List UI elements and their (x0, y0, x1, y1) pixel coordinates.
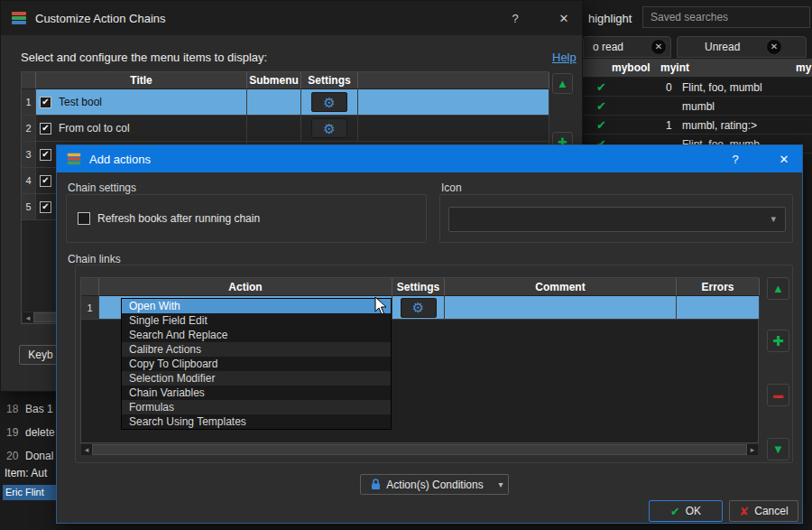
button-label: Keyb (28, 349, 52, 361)
refresh-books-checkbox[interactable]: Refresh books after running chain (78, 212, 260, 225)
conditions-dropdown-button[interactable]: ▾ (494, 474, 509, 495)
dropdown-item-copy-to-clipboard[interactable]: Copy To Clipboard (122, 357, 391, 371)
dropdown-item-single-field-edit[interactable]: Single Field Edit (122, 313, 391, 328)
action-column-header[interactable]: Action (99, 278, 392, 296)
settings-column-header[interactable]: Settings (392, 278, 445, 296)
settings-gear-button[interactable]: ⚙ (311, 118, 347, 138)
action-conditions-button[interactable]: Action(s) Conditions (360, 474, 494, 495)
book-table-header: mybool myint my (583, 59, 812, 78)
row-text: delete (25, 426, 55, 439)
row-header[interactable]: 4 (22, 168, 36, 194)
close-button[interactable]: ✕ (775, 153, 793, 166)
move-up-button[interactable]: ▲ (552, 73, 573, 94)
settings-column-header[interactable]: Settings (301, 72, 358, 89)
scroll-right-icon[interactable]: ▸ (747, 445, 758, 454)
myint-value: 0 (666, 81, 672, 94)
title-column-header[interactable]: Title (36, 72, 247, 89)
title-text: From col to col (59, 122, 130, 135)
settings-cell[interactable]: ⚙ (301, 116, 358, 142)
down-arrow-icon: ▼ (772, 443, 784, 455)
remove-link-button[interactable]: ▬ (767, 384, 789, 406)
row-header[interactable]: 3 (22, 142, 36, 168)
mybool-check-icon: ✔ (596, 99, 606, 113)
help-button[interactable]: ? (506, 12, 524, 25)
vl-tab-to-read[interactable]: o read ✕ (583, 36, 671, 58)
gear-icon: ⚙ (323, 122, 335, 135)
row-number: 20 (6, 450, 18, 462)
checkbox-box[interactable] (78, 212, 90, 225)
submenu-cell[interactable] (247, 116, 301, 142)
dropdown-item-search-and-replace[interactable]: Search And Replace (122, 328, 391, 342)
row-checkbox[interactable]: ✔ (40, 123, 51, 135)
vl-tab-unread[interactable]: Unread ✕ (677, 36, 807, 58)
scroll-left-icon[interactable]: ◂ (81, 445, 92, 454)
icon-combobox[interactable]: ▾ (448, 207, 786, 232)
saved-searches-combobox[interactable]: Saved searches (642, 6, 810, 28)
highlight-toggle[interactable]: highlight (588, 12, 632, 25)
move-link-up-button[interactable]: ▲ (767, 277, 789, 300)
settings-gear-button[interactable]: ⚙ (311, 92, 347, 112)
errors-column-header[interactable]: Errors (677, 278, 760, 296)
help-button[interactable]: ? (726, 153, 744, 166)
title-cell[interactable]: ✔ From col to col (36, 116, 247, 142)
close-icon: ✕ (770, 42, 778, 51)
dropdown-item-chain-variables[interactable]: Chain Variables (122, 386, 391, 400)
cancel-button[interactable]: ✘ Cancel (729, 500, 798, 522)
book-list-row[interactable]: 20 Donal (0, 445, 56, 469)
hscrollbar[interactable]: ◂ ▸ (80, 443, 759, 456)
settings-cell[interactable]: ⚙ (392, 296, 445, 320)
move-link-down-button[interactable]: ▼ (767, 438, 789, 460)
row-checkbox[interactable]: ✔ (40, 175, 51, 187)
cancel-label: Cancel (754, 505, 788, 517)
checkbox-label: Refresh books after running chain (97, 212, 260, 225)
header-label: Comment (535, 281, 585, 293)
dialog-titlebar[interactable]: Customize Action Chains ? ✕ (1, 1, 582, 35)
title-cell[interactable]: ✔ Test bool (36, 89, 247, 116)
dropdown-item-calibre-actions[interactable]: Calibre Actions (122, 342, 391, 357)
dropdown-item-open-with[interactable]: Open With (122, 299, 391, 313)
comment-column-header[interactable]: Comment (445, 278, 677, 296)
row-checkbox[interactable]: ✔ (40, 149, 51, 161)
book-row[interactable]: ✔ 1 mumbl, rating:> (583, 116, 812, 135)
dropdown-item-search-using-templates[interactable]: Search Using Templates (122, 414, 391, 429)
add-link-button[interactable]: ✚ (767, 330, 789, 352)
row-checkbox[interactable]: ✔ (40, 97, 51, 108)
dropdown-item-formulas[interactable]: Formulas (122, 400, 391, 414)
book-row[interactable]: ✔ 0 Flint, foo, mumbl (583, 78, 812, 97)
dialog-title: Add actions (89, 153, 719, 166)
ok-button[interactable]: ✔ OK (649, 500, 723, 522)
dropdown-item-selection-modifier[interactable]: Selection Modifier (122, 371, 391, 386)
row-header[interactable]: 1 (81, 296, 99, 320)
minus-icon: ▬ (773, 390, 783, 400)
row-checkbox[interactable]: ✔ (40, 201, 51, 213)
scroll-left-icon[interactable]: ◂ (23, 313, 33, 322)
errors-cell[interactable] (677, 296, 760, 320)
scroll-thumb[interactable] (92, 444, 747, 455)
item-value-chip[interactable]: Eric Flint (3, 485, 57, 500)
gear-icon: ⚙ (323, 96, 335, 109)
submenu-cell[interactable] (247, 89, 301, 116)
book-list-row[interactable]: 19 delete (0, 422, 56, 445)
column-header-myint[interactable]: myint (660, 61, 689, 74)
settings-gear-button[interactable]: ⚙ (401, 298, 437, 318)
dialog-titlebar[interactable]: Add actions ? ✕ (57, 145, 802, 172)
comment-cell[interactable] (445, 296, 677, 320)
settings-cell[interactable]: ⚙ (301, 89, 358, 116)
tab-close-button[interactable]: ✕ (766, 39, 782, 55)
lock-icon (371, 479, 381, 490)
row-header[interactable]: 5 (22, 194, 36, 220)
row-header[interactable]: 2 (22, 116, 36, 142)
action-chains-icon (10, 9, 28, 27)
column-header-my[interactable]: my (796, 61, 811, 74)
row-text: Donal (25, 450, 53, 462)
tab-close-button[interactable]: ✕ (651, 39, 667, 55)
close-button[interactable]: ✕ (555, 12, 573, 25)
action-dropdown-popup: Open With Single Field Edit Search And R… (121, 298, 392, 430)
book-row[interactable]: ✔ mumbl (583, 97, 812, 116)
column-header-mybool[interactable]: mybool (612, 61, 651, 74)
help-link[interactable]: Help (552, 51, 577, 64)
chain-settings-label: Chain settings (68, 181, 136, 194)
submenu-column-header[interactable]: Submenu (247, 72, 301, 89)
book-list-row[interactable]: 18 Bas 1 (0, 398, 56, 422)
row-header[interactable]: 1 (22, 89, 36, 116)
